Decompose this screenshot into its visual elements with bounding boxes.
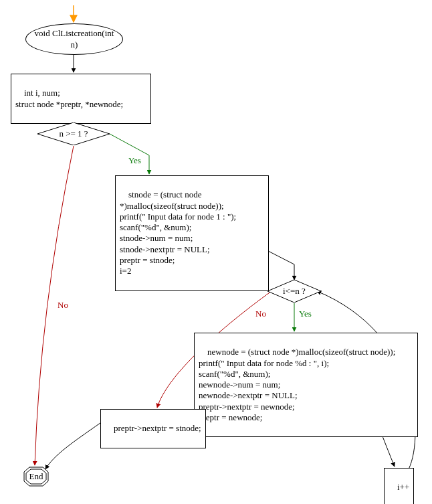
edge-label-cond2-no: No bbox=[255, 309, 266, 319]
node-init-text: stnode = (struct node *)malloc(sizeof(st… bbox=[120, 189, 236, 276]
node-func-terminator: void ClListcreation(int n) bbox=[25, 23, 123, 55]
node-decls: int i, num; struct node *preptr, *newnod… bbox=[11, 74, 151, 124]
edge-label-cond1-yes: Yes bbox=[128, 155, 141, 166]
node-func-label: void ClListcreation(int n) bbox=[33, 28, 116, 50]
node-loop: newnode = (struct node *)malloc(sizeof(s… bbox=[194, 333, 418, 437]
node-inc-text: i++ bbox=[397, 482, 409, 492]
edge-label-cond2-yes: Yes bbox=[299, 309, 312, 319]
node-loop-text: newnode = (struct node *)malloc(sizeof(s… bbox=[199, 347, 395, 422]
node-cond1: n >= 1 ? bbox=[37, 122, 110, 145]
edge-cond1-yes bbox=[110, 134, 149, 174]
node-end-label: End bbox=[23, 467, 49, 487]
node-decls-text: int i, num; struct node *preptr, *newnod… bbox=[15, 88, 123, 108]
node-close-text: preptr->nextptr = stnode; bbox=[114, 423, 201, 433]
flowchart-canvas: void ClListcreation(int n) int i, num; s… bbox=[0, 0, 432, 504]
edge-init-cond2 bbox=[268, 251, 294, 280]
node-cond2: i<=n ? bbox=[267, 280, 321, 303]
node-cond2-label: i<=n ? bbox=[267, 280, 321, 303]
node-cond1-label: n >= 1 ? bbox=[37, 122, 110, 145]
node-close: preptr->nextptr = stnode; bbox=[100, 409, 206, 448]
edge-label-cond1-no: No bbox=[58, 300, 68, 311]
node-inc: i++ bbox=[384, 468, 414, 504]
node-init: stnode = (struct node *)malloc(sizeof(st… bbox=[115, 175, 269, 291]
edge-close-end bbox=[45, 423, 100, 469]
node-end: End bbox=[23, 467, 49, 487]
